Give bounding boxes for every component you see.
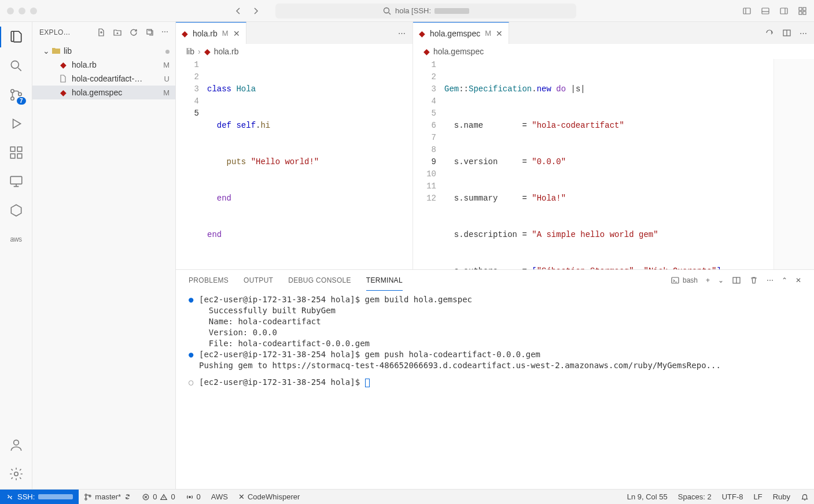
cursor-position[interactable]: Ln 9, Col 55 [622,492,673,501]
tab-debug-console[interactable]: DEBUG CONSOLE [288,270,351,291]
collapse-icon[interactable] [145,28,154,37]
tab-modified: M [222,29,229,38]
kill-terminal-icon[interactable] [749,276,758,285]
layout-controls [742,6,807,16]
breadcrumb-item[interactable]: hola.rb [214,47,239,56]
problems-status[interactable]: 0 0 [137,492,180,501]
search-icon[interactable] [8,58,24,74]
nav-arrows [234,6,260,16]
svg-rect-5 [803,8,806,10]
breadcrumb[interactable]: ◆ hola.gemspec [413,44,814,59]
toggle-primary-sidebar-icon[interactable] [742,6,752,16]
toggle-secondary-sidebar-icon[interactable] [779,6,789,16]
customize-layout-icon[interactable] [798,6,807,16]
more-icon[interactable]: ⋯ [800,29,807,38]
tab-bar: ◆ hola.rb M ✕ ⋯ [176,22,412,44]
tab-hola-gemspec[interactable]: ◆ hola.gemspec M ✕ [413,22,509,44]
aws-icon[interactable]: aws [8,231,24,247]
svg-rect-7 [803,12,806,14]
minimap[interactable] [774,59,814,269]
minimize-window[interactable] [19,8,25,14]
toggle-panel-icon[interactable] [761,6,770,16]
line-numbers: 1 2 3 4 5 [176,59,207,269]
file-label: hola-codeartifact-… [72,74,142,83]
file-hola-codeartifact[interactable]: hola-codeartifact-… U [32,72,175,86]
tab-output[interactable]: OUTPUT [244,270,273,291]
search-icon [382,6,392,16]
more-icon[interactable]: ⋯ [398,29,406,38]
file-status: M [163,61,170,69]
remote-indicator[interactable]: SSH: [0,490,79,504]
source-control-icon[interactable]: 7 [8,87,24,103]
new-folder-icon[interactable] [113,28,122,37]
close-window[interactable] [7,8,14,14]
extensions-icon[interactable] [8,144,24,161]
settings-icon[interactable] [8,466,24,482]
ruby-icon: ◆ [58,60,68,69]
more-icon[interactable]: ⋯ [767,276,774,284]
file-status: U [164,75,170,83]
split-terminal-icon[interactable] [732,276,741,285]
svg-point-9 [10,90,13,92]
breadcrumb[interactable]: lib › ◆ hola.rb [176,44,412,59]
tab-terminal[interactable]: TERMINAL [366,270,403,291]
search-label: hola [SSH: [395,6,431,15]
branch-icon [84,493,92,501]
aws-status[interactable]: AWS [206,492,233,501]
ports-status[interactable]: 0 [181,492,206,501]
svg-point-24 [85,498,87,499]
accounts-icon[interactable] [8,437,24,453]
editor-group-right: ◆ hola.gemspec M ✕ ⋯ ◆ hola.gemspec [413,22,814,269]
explorer-header: EXPLO… ⋯ [32,22,175,43]
encoding[interactable]: UTF-8 [717,492,749,501]
line-numbers: 1 2 3 4 5 6 7 8 9 10 11 12 [413,59,444,269]
new-file-icon[interactable] [97,28,106,37]
notifications-icon[interactable] [795,492,814,501]
eol[interactable]: LF [748,492,767,501]
remote-explorer-icon[interactable] [8,173,24,190]
file-hola-rb[interactable]: ◆ hola.rb M [32,58,175,72]
run-debug-icon[interactable] [8,116,24,132]
breadcrumb-item[interactable]: hola.gemspec [433,47,484,56]
tab-modified: M [485,29,491,38]
svg-rect-6 [799,12,802,14]
new-terminal-icon[interactable]: + [706,276,710,284]
breadcrumb-item[interactable]: lib [186,47,194,56]
code-editor[interactable]: 1 2 3 4 5 class Hola def self.hi puts "H… [176,59,412,269]
tab-problems[interactable]: PROBLEMS [189,270,229,291]
activity-bar: 7 aws [0,22,32,489]
tab-hola-rb[interactable]: ◆ hola.rb M ✕ [176,22,246,44]
sync-icon [124,493,131,501]
code-editor[interactable]: 1 2 3 4 5 6 7 8 9 10 11 12 Gem::Sp [413,59,814,269]
explorer-icon[interactable] [8,29,24,45]
ruby-icon: ◆ [423,47,430,56]
language-mode[interactable]: Ruby [768,492,795,501]
folder-label: lib [64,46,72,55]
command-center[interactable]: hola [SSH: [275,3,576,18]
indentation[interactable]: Spaces: 2 [673,492,717,501]
window-controls [7,8,37,14]
svg-point-11 [18,92,21,95]
compare-icon[interactable] [765,28,774,38]
close-panel-icon[interactable]: ✕ [795,276,801,284]
terminal-output[interactable]: ●[ec2-user@ip-172-31-38-254 hola]$ gem b… [176,291,814,489]
close-icon[interactable]: ✕ [233,29,240,38]
file-hola-gemspec[interactable]: ◆ hola.gemspec M [32,86,175,99]
split-icon[interactable] [782,28,791,38]
refresh-icon[interactable] [129,28,138,37]
nav-back-icon[interactable] [234,6,243,16]
more-icon[interactable]: ⋯ [161,28,168,37]
close-icon[interactable]: ✕ [496,29,503,38]
terminal-dropdown-icon[interactable]: ⌄ [718,276,724,284]
git-branch[interactable]: master* [79,492,137,501]
codewhisperer-status[interactable]: ✕CodeWhisperer [233,492,305,501]
svg-point-8 [11,61,19,68]
warning-icon [160,493,168,501]
folder-lib[interactable]: ⌄ lib [32,44,175,58]
maximize-window[interactable] [30,8,37,14]
maximize-panel-icon[interactable]: ⌃ [782,276,787,284]
hex-icon[interactable] [8,202,24,218]
nav-forward-icon[interactable] [251,6,260,16]
shell-label[interactable]: bash [671,276,698,285]
svg-point-0 [384,8,389,13]
